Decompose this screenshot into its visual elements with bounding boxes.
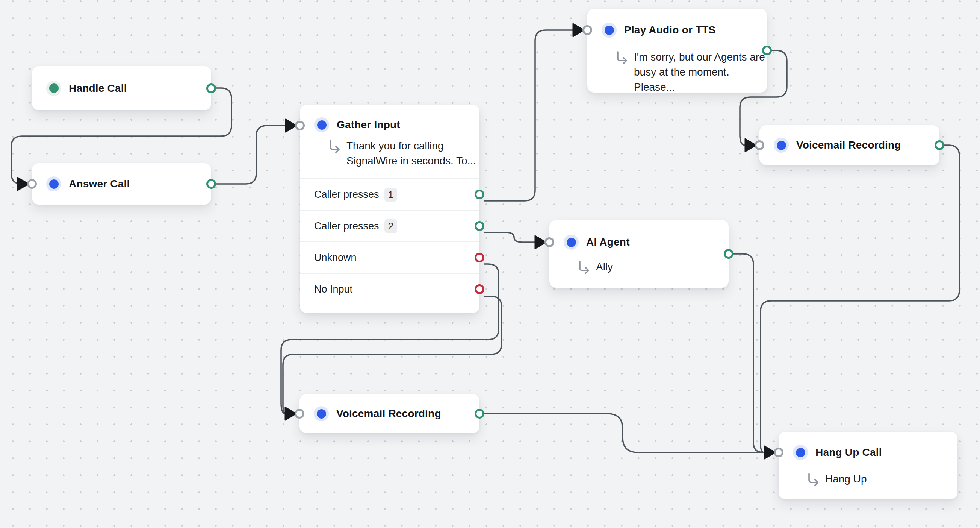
node-answer-call[interactable]: Answer Call <box>32 163 211 204</box>
answer-call-type-icon <box>46 176 61 191</box>
node-play-audio-or-tts[interactable]: Play Audio or TTS I'm sorry, but our Age… <box>587 9 767 93</box>
output-port-press-1[interactable] <box>475 190 484 199</box>
node-subtitle: Ally <box>596 260 613 274</box>
ai-agent-type-icon <box>564 234 579 250</box>
play-audio-type-icon <box>601 22 617 38</box>
output-port-no-input[interactable] <box>475 284 484 294</box>
flow-canvas[interactable]: Handle Call Answer Call Gather Input Tha… <box>0 0 980 528</box>
node-title: Voicemail Recording <box>796 138 901 153</box>
node-ai-agent[interactable]: AI Agent Ally <box>549 220 729 288</box>
row-label: Caller presses <box>314 189 379 201</box>
output-port[interactable] <box>206 179 216 189</box>
digit-badge: 1 <box>384 188 397 202</box>
output-port[interactable] <box>206 83 216 93</box>
gather-row-caller-presses-2[interactable]: Caller presses 2 <box>300 210 479 241</box>
gather-input-type-icon <box>314 117 329 132</box>
node-gather-input[interactable]: Gather Input Thank you for calling Signa… <box>300 105 479 313</box>
node-hang-up-call[interactable]: Hang Up Call Hang Up <box>779 432 958 499</box>
row-label: No Input <box>314 284 352 295</box>
edge-press1-to-playaudio[interactable] <box>484 30 573 201</box>
branch-arrow-icon <box>578 261 591 274</box>
input-port[interactable] <box>295 121 305 131</box>
node-title: Hang Up Call <box>815 445 882 460</box>
digit-badge: 2 <box>384 219 397 233</box>
edge-voicemailbottom-to-hangup[interactable] <box>484 414 764 452</box>
input-port[interactable] <box>582 25 592 35</box>
voicemail-type-icon <box>314 406 329 421</box>
edge-aiagent-to-hangup[interactable] <box>733 254 764 452</box>
handle-call-type-icon <box>46 81 61 96</box>
node-title: Answer Call <box>69 176 130 191</box>
branch-arrow-icon <box>328 140 341 153</box>
node-voicemail-recording-bottom[interactable]: Voicemail Recording <box>299 394 479 433</box>
gather-row-unknown[interactable]: Unknown <box>300 241 479 273</box>
node-title: Voicemail Recording <box>336 406 441 421</box>
voicemail-type-icon <box>774 138 789 153</box>
input-port[interactable] <box>774 448 783 457</box>
edge-voicemailtop-to-hangup[interactable] <box>760 145 959 452</box>
output-port[interactable] <box>762 46 772 55</box>
gather-row-caller-presses-1[interactable]: Caller presses 1 <box>300 178 479 210</box>
input-port[interactable] <box>544 237 554 247</box>
input-port[interactable] <box>27 179 37 189</box>
node-title: Handle Call <box>69 81 127 96</box>
row-label: Caller presses <box>314 220 379 232</box>
edge-answer-to-gather[interactable] <box>216 126 285 184</box>
gather-row-no-input[interactable]: No Input <box>300 273 479 305</box>
node-handle-call[interactable]: Handle Call <box>32 66 211 110</box>
output-port[interactable] <box>475 409 484 419</box>
node-voicemail-recording-top[interactable]: Voicemail Recording <box>759 125 939 165</box>
node-subtitle: Thank you for calling SignalWire in seco… <box>347 139 479 169</box>
node-subtitle: Hang Up <box>825 472 867 487</box>
row-label: Unknown <box>314 252 356 264</box>
node-title: Gather Input <box>337 117 400 132</box>
output-port-press-2[interactable] <box>475 221 484 231</box>
branch-arrow-icon <box>616 51 628 64</box>
branch-arrow-icon <box>807 473 820 486</box>
input-port[interactable] <box>754 140 764 150</box>
node-title: Play Audio or TTS <box>624 22 716 38</box>
output-port-unknown[interactable] <box>475 253 484 263</box>
output-port[interactable] <box>934 140 944 150</box>
output-port[interactable] <box>724 249 733 259</box>
edge-press2-to-aiagent[interactable] <box>484 233 535 242</box>
hang-up-type-icon <box>793 445 808 460</box>
node-title: AI Agent <box>586 234 630 250</box>
input-port[interactable] <box>294 409 304 419</box>
node-subtitle: I'm sorry, but our Agents are busy at th… <box>634 49 767 95</box>
